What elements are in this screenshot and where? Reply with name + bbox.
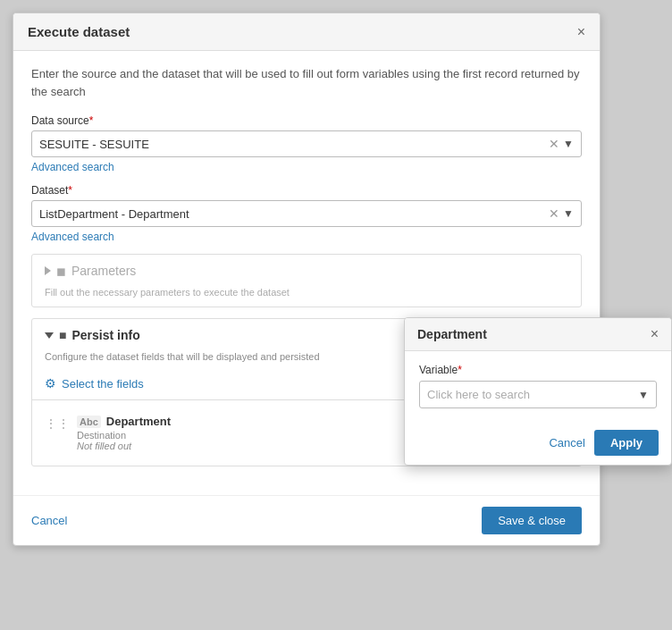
field-name: Department	[106, 415, 171, 428]
main-dialog: Execute dataset × Enter the source and t…	[13, 13, 601, 546]
dataset-advanced-search-link[interactable]: Advanced search	[31, 231, 114, 243]
dialog-title: Execute dataset	[28, 24, 130, 39]
data-source-label: Data source*	[31, 114, 582, 127]
main-dialog-close-button[interactable]: ×	[577, 25, 585, 39]
data-source-select[interactable]: SESUITE - SESUITE ✕ ▼	[31, 130, 582, 157]
persist-chevron-icon[interactable]	[45, 332, 54, 339]
data-source-group: Data source* SESUITE - SESUITE ✕ ▼ Advan…	[31, 114, 582, 173]
variable-label: Variable*	[419, 364, 657, 376]
select-fields-label: Select the fields	[62, 377, 144, 391]
dataset-value: ListDepartment - Department	[39, 207, 549, 221]
sub-apply-button[interactable]: Apply	[594, 430, 659, 456]
drag-handle-icon[interactable]: ⋮⋮	[45, 415, 70, 431]
variable-dropdown-icon[interactable]: ▼	[638, 389, 649, 401]
gear-icon: ⚙	[45, 376, 56, 391]
parameters-subtitle: Fill out the necessary parameters to exe…	[32, 287, 581, 307]
modal-backdrop: Execute dataset × Enter the source and t…	[0, 0, 672, 630]
data-source-clear-icon[interactable]: ✕	[549, 137, 559, 151]
dataset-group: Dataset* ListDepartment - Department ✕ ▼…	[31, 184, 582, 243]
dialog-header: Execute dataset ×	[13, 13, 600, 51]
data-source-advanced-search-link[interactable]: Advanced search	[31, 161, 114, 173]
main-cancel-button[interactable]: Cancel	[31, 514, 67, 527]
parameters-title: Parameters	[71, 264, 136, 278]
search-placeholder: Click here to search	[427, 388, 638, 401]
sub-cancel-button[interactable]: Cancel	[549, 430, 584, 456]
persist-icon: ■	[59, 328, 66, 342]
persist-title: Persist info	[71, 328, 139, 342]
dataset-clear-icon[interactable]: ✕	[549, 206, 559, 221]
field-type-icon: Abc	[77, 416, 101, 428]
sub-dialog-title: Department	[417, 327, 487, 341]
save-close-button[interactable]: Save & close	[482, 507, 582, 534]
sub-dialog: Department × Variable* Click here to sea…	[404, 317, 672, 466]
parameters-filter-icon: ◼	[56, 265, 66, 278]
sub-dialog-header: Department ×	[405, 318, 671, 351]
dialog-description: Enter the source and the dataset that wi…	[31, 65, 582, 100]
parameters-section: ◼ Parameters Fill out the necessary para…	[31, 254, 582, 307]
sub-dialog-footer: Cancel Apply	[405, 421, 671, 465]
dataset-dropdown-icon[interactable]: ▼	[563, 207, 574, 220]
data-source-value: SESUITE - SESUITE	[39, 138, 549, 151]
dataset-select[interactable]: ListDepartment - Department ✕ ▼	[31, 200, 582, 227]
parameters-header: ◼ Parameters	[32, 255, 581, 287]
sub-dialog-close-button[interactable]: ×	[651, 327, 659, 341]
sub-dialog-body: Variable* Click here to search ▼	[405, 351, 671, 421]
dataset-label: Dataset*	[31, 184, 582, 197]
dialog-footer: Cancel Save & close	[13, 495, 600, 545]
parameters-chevron-icon[interactable]	[45, 266, 51, 275]
variable-select[interactable]: Click here to search ▼	[419, 381, 657, 408]
data-source-dropdown-icon[interactable]: ▼	[563, 138, 574, 150]
